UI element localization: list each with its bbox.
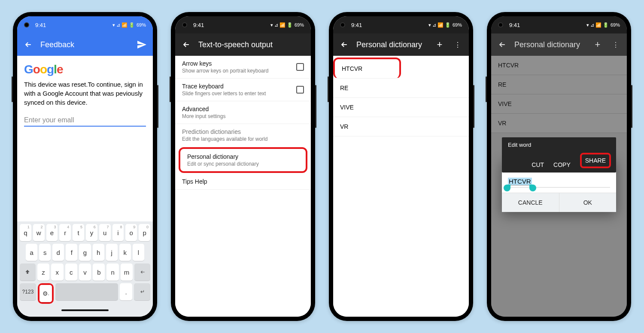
key-s[interactable]: s bbox=[39, 244, 51, 261]
send-icon[interactable] bbox=[136, 39, 148, 51]
dictionary-list-dim: HTCVRREVIVEVR Edit word CUT COPY SHARE H… bbox=[491, 56, 627, 317]
cancel-button[interactable]: CANCLE bbox=[502, 193, 559, 212]
checkbox[interactable] bbox=[296, 63, 304, 71]
status-bar: 9:41 ▾ ⊿ 📶 🔋 69% bbox=[175, 16, 311, 33]
key-v[interactable]: v bbox=[79, 263, 91, 281]
key-c[interactable]: c bbox=[65, 263, 77, 281]
back-icon[interactable] bbox=[22, 39, 34, 51]
key-r[interactable]: r4 bbox=[59, 224, 71, 241]
dict-word[interactable]: VIVE bbox=[333, 98, 469, 117]
email-field[interactable]: Enter your emall bbox=[24, 115, 146, 127]
edit-word-dialog: Edit word CUT COPY SHARE HTCVR CANCLE OK bbox=[502, 159, 616, 212]
phone-4: 9:41 ▾ ⊿ 📶 🔋 69% Personal dictionary + ⋮… bbox=[487, 12, 631, 321]
key-i[interactable]: i8 bbox=[112, 224, 124, 241]
dict-word[interactable]: RE bbox=[333, 79, 469, 98]
space-key[interactable] bbox=[55, 283, 118, 300]
checkbox[interactable] bbox=[296, 86, 304, 94]
shift-key[interactable] bbox=[20, 263, 36, 281]
symbols-key[interactable]: ?123 bbox=[20, 283, 36, 300]
key-q[interactable]: q1 bbox=[20, 224, 31, 241]
key-j[interactable]: j bbox=[106, 244, 118, 261]
key-f[interactable]: f bbox=[66, 244, 77, 261]
dict-word[interactable]: VR bbox=[333, 117, 469, 136]
settings-key[interactable]: ⚙, bbox=[39, 285, 52, 302]
copy-action[interactable]: COPY bbox=[553, 161, 571, 168]
clock: 9:41 bbox=[509, 22, 520, 28]
personal-dictionary-item[interactable]: Personal dictionaryEdit or sync personal… bbox=[179, 147, 307, 173]
ok-button[interactable]: OK bbox=[559, 193, 617, 212]
page-title: Feedback bbox=[40, 40, 130, 49]
key-p[interactable]: p0 bbox=[139, 224, 150, 241]
content: Google This device was reset.To continue… bbox=[17, 56, 153, 221]
selection-handle-right[interactable] bbox=[529, 185, 536, 191]
key-t[interactable]: t5 bbox=[73, 224, 84, 241]
period-key[interactable]: . bbox=[120, 283, 132, 300]
key-h[interactable]: h bbox=[93, 244, 104, 261]
cut-action[interactable]: CUT bbox=[532, 161, 544, 168]
key-l[interactable]: l bbox=[133, 244, 144, 261]
key-d[interactable]: d bbox=[52, 244, 64, 261]
status-icons: ▾ ⊿ 📶 🔋 69% bbox=[270, 22, 304, 28]
setting-item[interactable]: AdvancedMore input settings bbox=[175, 101, 311, 124]
key-b[interactable]: b bbox=[93, 263, 105, 281]
back-icon[interactable] bbox=[180, 39, 192, 51]
status-bar: 9:41 ▾ ⊿ 📶 🔋 69% bbox=[17, 16, 153, 33]
section-header: Prediction dictionariesEdit the language… bbox=[175, 124, 311, 146]
instruction-text: This device was reset.To continue, sign … bbox=[17, 80, 153, 107]
keyboard: q1w2e3r4t5y6u7i8o9p0 asdfghjkl zxcvbnm ?… bbox=[17, 221, 153, 317]
camera-hole bbox=[24, 22, 29, 27]
add-icon[interactable]: + bbox=[434, 39, 446, 51]
page-title: Personal dictionary bbox=[356, 40, 428, 49]
setting-item[interactable]: Arrow keysShow arrow keys on portrait ke… bbox=[175, 56, 311, 79]
key-g[interactable]: g bbox=[79, 244, 91, 261]
phone-3: 9:41 ▾ ⊿ 📶 🔋 69% Personal dictionary + ⋮… bbox=[329, 12, 473, 321]
back-icon[interactable] bbox=[338, 39, 350, 51]
status-icons: ▾ ⊿ 📶 🔋 69% bbox=[586, 22, 620, 28]
share-action[interactable]: SHARE bbox=[580, 153, 611, 168]
more-icon[interactable]: ⋮ bbox=[452, 39, 464, 51]
selected-word[interactable]: HTCVR bbox=[508, 178, 532, 185]
phone-1: 9:41 ▾ ⊿ 📶 🔋 69% Feedback Google This de… bbox=[13, 12, 157, 321]
google-logo: Google bbox=[17, 56, 153, 80]
key-o[interactable]: o9 bbox=[125, 224, 137, 241]
dictionary-list: HTCVRREVIVEVR bbox=[333, 56, 469, 317]
app-bar: Personal dictionary + ⋮ bbox=[333, 33, 469, 56]
status-icons: ▾ ⊿ 📶 🔋 69% bbox=[112, 22, 146, 28]
clock: 9:41 bbox=[193, 22, 204, 28]
context-menu: Edit word CUT COPY SHARE bbox=[502, 137, 616, 173]
key-n[interactable]: n bbox=[106, 263, 118, 281]
key-k[interactable]: k bbox=[119, 244, 131, 261]
key-z[interactable]: z bbox=[37, 263, 49, 281]
key-m[interactable]: m bbox=[121, 263, 133, 281]
dict-word[interactable]: HTCVR bbox=[333, 58, 401, 79]
page-title: Personal dictionary bbox=[514, 40, 586, 49]
back-icon[interactable] bbox=[496, 39, 508, 51]
key-y[interactable]: y6 bbox=[86, 224, 97, 241]
key-e[interactable]: e3 bbox=[46, 224, 58, 241]
key-x[interactable]: x bbox=[51, 263, 63, 281]
clock: 9:41 bbox=[35, 22, 46, 28]
selection-handle-left[interactable] bbox=[504, 185, 510, 191]
home-indicator[interactable] bbox=[20, 306, 150, 314]
dialog-label: Edit word bbox=[508, 142, 531, 148]
status-icons: ▾ ⊿ 📶 🔋 69% bbox=[428, 22, 462, 28]
enter-key[interactable] bbox=[134, 283, 150, 300]
settings-list: Arrow keysShow arrow keys on portrait ke… bbox=[175, 56, 311, 317]
clock: 9:41 bbox=[351, 22, 362, 28]
phone-2: 9:41 ▾ ⊿ 📶 🔋 69% Text-to-speech output A… bbox=[171, 12, 315, 321]
backspace-key[interactable] bbox=[134, 263, 150, 281]
more-icon[interactable]: ⋮ bbox=[610, 39, 622, 51]
setting-item[interactable]: Trace keyboardSlide fingers over letters… bbox=[175, 79, 311, 101]
status-bar: 9:41 ▾ ⊿ 📶 🔋 69% bbox=[491, 16, 627, 33]
key-a[interactable]: a bbox=[26, 244, 37, 261]
app-bar: Text-to-speech output bbox=[175, 33, 311, 56]
add-icon[interactable]: + bbox=[592, 39, 604, 51]
app-bar: Feedback bbox=[17, 33, 153, 56]
key-u[interactable]: u7 bbox=[99, 224, 111, 241]
app-bar: Personal dictionary + ⋮ bbox=[491, 33, 627, 56]
page-title: Text-to-speech output bbox=[198, 40, 306, 49]
key-w[interactable]: w2 bbox=[33, 224, 45, 241]
tips-help-item[interactable]: Tips Help bbox=[175, 174, 311, 190]
status-bar: 9:41 ▾ ⊿ 📶 🔋 69% bbox=[333, 16, 469, 33]
